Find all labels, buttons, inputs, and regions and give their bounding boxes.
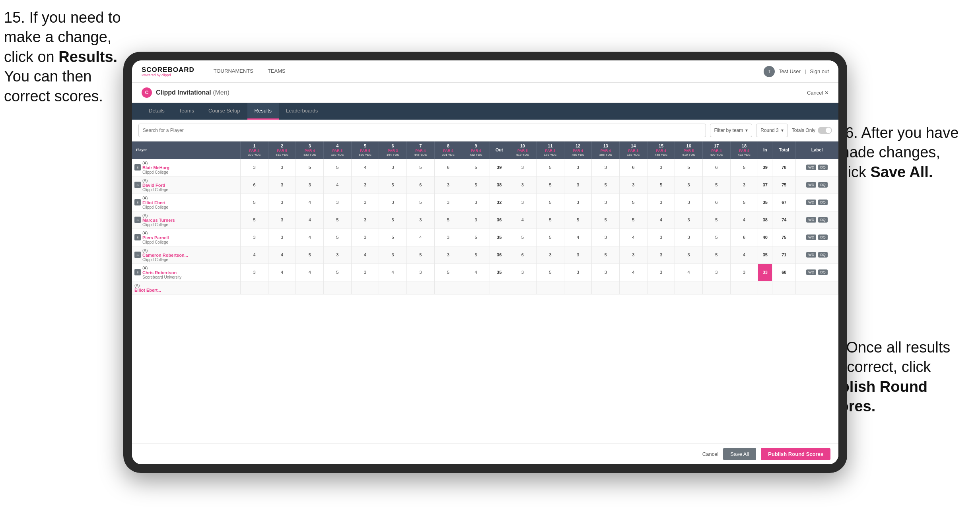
sign-out-link[interactable]: Sign out: [810, 68, 829, 74]
score-cell[interactable]: [241, 281, 268, 294]
score-cell[interactable]: [647, 281, 675, 294]
score-cell[interactable]: 3: [406, 264, 434, 281]
score-cell[interactable]: 3: [564, 264, 592, 281]
score-cell[interactable]: 3: [509, 176, 537, 194]
score-cell[interactable]: [351, 281, 379, 294]
dq-button[interactable]: DQ: [818, 269, 828, 275]
score-cell[interactable]: [462, 281, 490, 294]
score-cell[interactable]: 5: [592, 176, 620, 194]
filter-by-team-dropdown[interactable]: Filter by team ▾: [710, 124, 752, 137]
score-cell[interactable]: [592, 281, 620, 294]
score-cell[interactable]: 4: [351, 159, 379, 176]
score-cell[interactable]: 5: [296, 159, 324, 176]
score-cell[interactable]: [730, 281, 758, 294]
score-cell[interactable]: 3: [730, 264, 758, 281]
score-cell[interactable]: 3: [351, 176, 379, 194]
score-cell[interactable]: 4: [675, 264, 703, 281]
score-cell[interactable]: 6: [434, 159, 462, 176]
score-cell[interactable]: 3: [730, 176, 758, 194]
score-cell[interactable]: 5: [462, 176, 490, 194]
score-cell[interactable]: 5: [324, 264, 352, 281]
score-cell[interactable]: 5: [241, 194, 268, 211]
score-cell[interactable]: 5: [462, 246, 490, 264]
score-cell[interactable]: [509, 281, 537, 294]
score-cell[interactable]: 4: [296, 264, 324, 281]
score-cell[interactable]: 4: [268, 246, 296, 264]
score-cell[interactable]: 4: [620, 229, 648, 246]
score-cell[interactable]: 5: [462, 159, 490, 176]
score-cell[interactable]: [620, 281, 648, 294]
score-cell[interactable]: 3: [462, 211, 490, 229]
score-cell[interactable]: 4: [324, 176, 352, 194]
score-cell[interactable]: 5: [537, 264, 564, 281]
score-cell[interactable]: 3: [703, 264, 731, 281]
score-cell[interactable]: 3: [564, 176, 592, 194]
score-cell[interactable]: 3: [379, 194, 407, 211]
save-all-button[interactable]: Save All: [723, 448, 756, 460]
score-cell[interactable]: 5: [406, 194, 434, 211]
score-cell[interactable]: 3: [675, 176, 703, 194]
score-cell[interactable]: 5: [564, 211, 592, 229]
score-cell[interactable]: 3: [509, 264, 537, 281]
score-cell[interactable]: 3: [351, 229, 379, 246]
tab-leaderboards[interactable]: Leaderboards: [279, 103, 325, 120]
score-cell[interactable]: [772, 281, 796, 294]
score-cell[interactable]: 6: [703, 194, 731, 211]
score-cell[interactable]: 5: [620, 194, 648, 211]
score-cell[interactable]: 4: [296, 194, 324, 211]
score-cell[interactable]: 6: [730, 229, 758, 246]
score-cell[interactable]: 5: [730, 159, 758, 176]
score-cell[interactable]: 3: [379, 246, 407, 264]
score-cell[interactable]: 4: [564, 229, 592, 246]
dq-button[interactable]: DQ: [818, 252, 828, 258]
score-cell[interactable]: 6: [406, 176, 434, 194]
score-cell[interactable]: 4: [379, 264, 407, 281]
score-cell[interactable]: 5: [296, 246, 324, 264]
score-cell[interactable]: [324, 281, 352, 294]
score-cell[interactable]: [490, 281, 509, 294]
score-cell[interactable]: 4: [296, 229, 324, 246]
score-cell[interactable]: [758, 281, 772, 294]
tab-results[interactable]: Results: [247, 103, 279, 120]
score-cell[interactable]: 4: [509, 211, 537, 229]
score-cell[interactable]: 4: [730, 246, 758, 264]
wd-button[interactable]: WD: [806, 234, 816, 240]
score-cell[interactable]: 3: [537, 246, 564, 264]
score-cell[interactable]: 6: [620, 159, 648, 176]
score-cell[interactable]: 5: [324, 229, 352, 246]
score-cell[interactable]: 6: [509, 246, 537, 264]
score-cell[interactable]: 5: [379, 211, 407, 229]
score-cell[interactable]: [296, 281, 324, 294]
score-cell[interactable]: [537, 281, 564, 294]
wd-button[interactable]: WD: [806, 182, 816, 188]
dq-button[interactable]: DQ: [818, 165, 828, 170]
score-cell[interactable]: 3: [296, 176, 324, 194]
score-cell[interactable]: 4: [620, 264, 648, 281]
score-cell[interactable]: 5: [324, 159, 352, 176]
score-cell[interactable]: [268, 281, 296, 294]
score-cell[interactable]: 3: [675, 229, 703, 246]
score-cell[interactable]: 5: [592, 211, 620, 229]
search-input[interactable]: [138, 124, 706, 137]
score-cell[interactable]: 3: [241, 159, 268, 176]
score-cell[interactable]: 5: [592, 246, 620, 264]
score-cell[interactable]: 4: [351, 246, 379, 264]
score-cell[interactable]: 3: [564, 194, 592, 211]
score-cell[interactable]: 3: [620, 176, 648, 194]
score-cell[interactable]: 3: [351, 264, 379, 281]
score-cell[interactable]: 4: [647, 211, 675, 229]
score-cell[interactable]: 3: [647, 194, 675, 211]
score-cell[interactable]: 3: [462, 194, 490, 211]
wd-button[interactable]: WD: [806, 165, 816, 170]
score-cell[interactable]: [379, 281, 407, 294]
score-cell[interactable]: 3: [592, 264, 620, 281]
score-cell[interactable]: 5: [324, 211, 352, 229]
score-cell[interactable]: 6: [241, 176, 268, 194]
score-cell[interactable]: 3: [592, 229, 620, 246]
score-cell[interactable]: 5: [730, 194, 758, 211]
score-cell[interactable]: 5: [509, 229, 537, 246]
score-cell[interactable]: 4: [730, 211, 758, 229]
dq-button[interactable]: DQ: [818, 182, 828, 188]
score-cell[interactable]: [675, 281, 703, 294]
score-cell[interactable]: 5: [406, 246, 434, 264]
